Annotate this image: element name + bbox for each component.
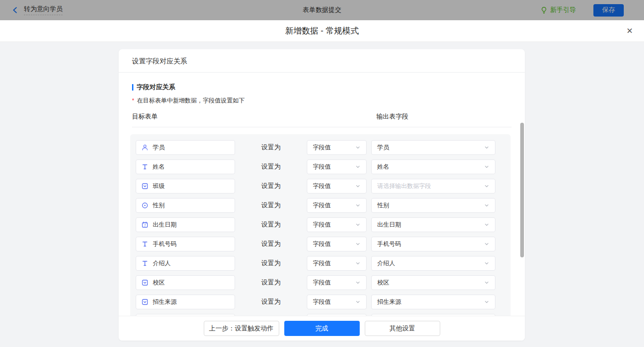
target-field-box[interactable]: 7 手机号码 [136,237,235,251]
calendar-icon: 7 [141,221,149,228]
text-icon [141,240,149,248]
value-type-selected: 字段值 [313,182,331,190]
target-field-label: 姓名 [153,163,165,171]
chevron-down-icon [355,164,361,170]
value-type-dropdown[interactable]: 字段值 [307,256,367,271]
table-row: 7 姓名 设置为 字段值 姓名 [136,159,511,174]
output-field-dropdown[interactable]: 出生日期 [371,217,495,232]
table-row: 7 招生来源 设置为 字段值 招生来源 [136,295,511,309]
set-as-label: 设置为 [235,182,307,190]
modal-title: 新增数据 - 常规模式 [285,25,359,36]
output-field-dropdown[interactable]: 性别 [371,198,495,213]
value-type-selected: 字段值 [313,143,331,152]
chevron-down-icon [355,145,361,150]
output-field-selected: 请选择输出数据字段 [377,182,431,190]
chevron-down-icon [484,222,489,228]
target-field-box[interactable]: 7 学员 [136,140,235,155]
output-field-selected: 手机号码 [377,240,401,248]
done-button[interactable]: 完成 [284,321,360,336]
chevron-down-icon [484,164,489,170]
table-row: 7 性别 设置为 字段值 性别 [136,198,511,213]
back-label[interactable]: 转为意向学员 [24,5,63,15]
close-icon[interactable]: ✕ [627,27,633,35]
value-type-selected: 字段值 [313,259,331,267]
save-button[interactable]: 保存 [593,4,624,17]
section-accent-bar [132,84,133,91]
chevron-down-icon [355,203,361,208]
target-field-box[interactable]: 7 班级 [136,179,235,193]
chevron-down-icon [484,145,489,150]
set-as-label: 设置为 [235,163,307,171]
value-type-dropdown[interactable]: 字段值 [307,159,367,174]
target-field-box[interactable]: 7 性别 [136,198,235,213]
person-icon [141,144,149,151]
set-as-label: 设置为 [235,279,307,287]
target-field-box[interactable]: 7 介绍人 [136,256,235,271]
modal-header: 新增数据 - 常规模式 ✕ [0,20,644,42]
select-icon [141,279,149,286]
chevron-down-icon [355,241,361,247]
target-field-label: 出生日期 [153,221,177,229]
chevron-down-icon [484,261,489,266]
target-field-box[interactable]: 7 校区 [136,275,235,290]
text-icon [141,163,149,171]
table-row: 7 手机号码 设置为 字段值 手机号码 [136,237,511,251]
column-header-output-fields: 输出表字段 [376,113,408,121]
value-type-dropdown[interactable]: 字段值 [307,198,367,213]
output-field-dropdown[interactable]: 请选择输出数据字段 [371,179,495,193]
required-note: * 在目标表单中新增数据，字段值设置如下 [132,97,512,105]
field-mapping-card: 设置字段对应关系 字段对应关系 * 在目标表单中新增数据，字段值设置如下 目标表… [119,49,525,341]
select-icon [141,182,149,190]
card-header: 设置字段对应关系 [119,49,525,73]
beginner-guide-link[interactable]: 新手引导 [540,6,576,14]
output-field-selected: 性别 [377,201,389,210]
value-type-dropdown[interactable]: 字段值 [307,179,367,193]
text-icon [141,260,149,267]
chevron-down-icon [484,183,489,189]
output-field-dropdown[interactable]: 介绍人 [371,256,495,271]
table-row: 7 学员 设置为 字段值 学员 [136,140,511,155]
radio-icon [141,202,149,209]
required-asterisk: * [132,97,134,104]
output-field-dropdown[interactable]: 校区 [371,275,495,290]
scrollbar[interactable] [520,123,524,257]
section-title: 字段对应关系 [132,83,512,91]
set-as-label: 设置为 [235,259,307,267]
back-icon[interactable] [11,6,19,14]
chevron-down-icon [484,203,489,208]
value-type-selected: 字段值 [313,240,331,248]
target-field-label: 招生来源 [153,298,177,306]
value-type-dropdown[interactable]: 字段值 [307,140,367,155]
output-field-dropdown[interactable]: 姓名 [371,159,495,174]
target-field-label: 性别 [153,201,165,210]
table-row: 7 出生日期 设置为 字段值 出生日期 [136,217,511,232]
other-settings-button[interactable]: 其他设置 [365,321,440,336]
chevron-down-icon [355,222,361,228]
value-type-dropdown[interactable]: 字段值 [307,275,367,290]
column-header-target-form: 目标表单 [132,113,376,121]
target-field-box[interactable]: 7 出生日期 [136,217,235,232]
value-type-dropdown[interactable]: 字段值 [307,237,367,251]
target-field-label: 学员 [153,143,165,152]
value-type-selected: 字段值 [313,298,331,306]
svg-text:7: 7 [144,224,146,227]
set-as-label: 设置为 [235,143,307,152]
value-type-selected: 字段值 [313,279,331,287]
value-type-dropdown[interactable]: 字段值 [307,295,367,309]
set-as-label: 设置为 [235,298,307,306]
chevron-down-icon [484,299,489,305]
output-field-selected: 姓名 [377,163,389,171]
chevron-down-icon [355,183,361,189]
output-field-dropdown[interactable]: 学员 [371,140,495,155]
value-type-dropdown[interactable]: 字段值 [307,217,367,232]
output-field-dropdown[interactable]: 招生来源 [371,295,495,309]
output-field-dropdown[interactable]: 手机号码 [371,237,495,251]
chevron-down-icon [355,280,361,285]
target-field-label: 校区 [153,279,165,287]
chevron-down-icon [484,280,489,285]
prev-step-button[interactable]: 上一步：设置触发动作 [204,321,279,336]
target-field-box[interactable]: 7 招生来源 [136,295,235,309]
output-field-selected: 招生来源 [377,298,401,306]
target-field-box[interactable]: 7 姓名 [136,159,235,174]
set-as-label: 设置为 [235,201,307,210]
